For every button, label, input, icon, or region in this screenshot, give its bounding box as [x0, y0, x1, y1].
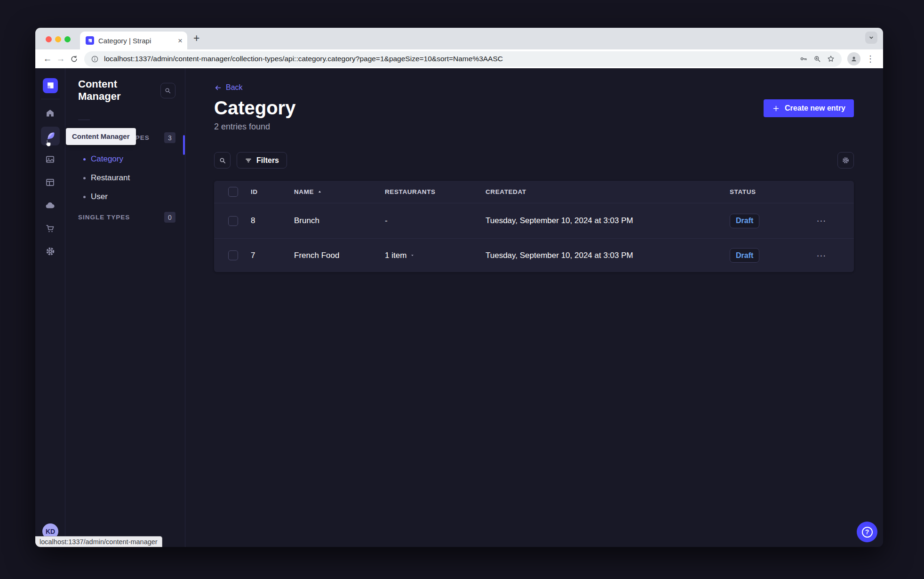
sidebar-item-label: Restaurant: [91, 173, 130, 183]
sidebar-divider: [78, 120, 90, 120]
browser-profile-avatar[interactable]: [847, 52, 860, 65]
sidebar-item-label: User: [91, 192, 108, 201]
tab-close-icon[interactable]: ×: [178, 37, 183, 45]
nav-content-type-builder-icon[interactable]: [41, 173, 60, 192]
bookmark-star-icon[interactable]: [827, 55, 835, 63]
cell-id: 8: [251, 216, 294, 225]
page-title: Category: [214, 97, 295, 118]
password-key-icon[interactable]: [799, 55, 808, 63]
browser-menu-icon[interactable]: ⋮: [860, 54, 877, 64]
main-content: Back Category 2 entries found Create new…: [185, 68, 883, 547]
content-manager-tooltip: Content Manager: [66, 128, 136, 145]
browser-back-button[interactable]: ←: [41, 52, 54, 65]
strapi-logo[interactable]: [43, 78, 58, 93]
plus-icon: [772, 105, 780, 113]
active-item-indicator: [183, 135, 185, 155]
sidebar-item-label: Category: [91, 154, 123, 164]
column-header-restaurants[interactable]: RESTAURANTS: [385, 188, 486, 195]
back-arrow-icon: [214, 84, 222, 92]
zoom-page-icon[interactable]: [813, 55, 821, 63]
single-types-label: SINGLE TYPES: [78, 214, 130, 221]
sidebar-item-restaurant[interactable]: Restaurant: [65, 169, 185, 187]
cell-name: French Food: [294, 251, 385, 260]
select-all-checkbox[interactable]: [228, 187, 238, 197]
browser-forward-button[interactable]: →: [54, 52, 67, 65]
nav-marketplace-cart-icon[interactable]: [41, 219, 60, 238]
help-button[interactable]: ?: [857, 522, 877, 542]
macos-traffic-lights: [46, 36, 71, 42]
sidebar-title: Content Manager: [78, 78, 160, 103]
nav-cloud-icon[interactable]: [41, 196, 60, 215]
cell-restaurants[interactable]: 1 item: [385, 251, 486, 260]
browser-reload-button[interactable]: [67, 52, 80, 65]
maximize-window-button[interactable]: [64, 36, 71, 42]
cell-createdat: Tuesday, September 10, 2024 at 3:03 PM: [486, 216, 730, 225]
entries-table: ID NAME RESTAURANTS CREATEDAT STATUS 8 B…: [214, 181, 854, 272]
filters-button[interactable]: Filters: [237, 152, 287, 169]
nav-home-icon[interactable]: [41, 104, 60, 122]
mouse-cursor-hand: [44, 139, 52, 147]
entries-count: 2 entries found: [214, 122, 295, 132]
nav-settings-gear-icon[interactable]: [41, 242, 60, 261]
cell-restaurants: -: [385, 216, 486, 225]
browser-tab[interactable]: Category | Strapi ×: [80, 32, 187, 49]
single-types-count-badge: 0: [164, 212, 175, 223]
table-row[interactable]: 8 Brunch - Tuesday, September 10, 2024 a…: [214, 203, 854, 238]
cell-createdat: Tuesday, September 10, 2024 at 3:03 PM: [486, 251, 730, 260]
column-header-createdat[interactable]: CREATEDAT: [486, 188, 730, 195]
bullet-icon: [83, 196, 86, 198]
row-actions-menu-icon[interactable]: ⋯: [794, 250, 854, 261]
collection-types-count-badge: 3: [164, 132, 175, 143]
tab-title: Category | Strapi: [98, 37, 174, 45]
nav-media-library-icon[interactable]: [41, 150, 60, 169]
bullet-icon: [83, 177, 86, 179]
row-checkbox[interactable]: [228, 250, 238, 260]
table-search-button[interactable]: [214, 152, 231, 169]
sidebar-search-button[interactable]: [160, 83, 175, 98]
cell-name: Brunch: [294, 216, 385, 225]
browser-window: Category | Strapi × + ← → localhost:1337…: [35, 28, 883, 547]
strapi-admin: KD Content Manager COLLECTION TYPES 3 Ca…: [35, 68, 883, 547]
new-tab-button[interactable]: +: [193, 33, 199, 44]
create-new-entry-button[interactable]: Create new entry: [764, 99, 854, 117]
close-window-button[interactable]: [46, 36, 52, 42]
column-header-status[interactable]: STATUS: [730, 188, 794, 195]
link-preview-statusbar: localhost:1337/admin/content-manager: [35, 536, 162, 547]
sidebar-item-category[interactable]: Category: [65, 150, 185, 169]
browser-tab-strip: Category | Strapi × +: [35, 28, 883, 49]
filter-icon: [245, 157, 252, 164]
url-text[interactable]: localhost:1337/admin/content-manager/col…: [104, 55, 794, 63]
status-badge: Draft: [730, 248, 759, 263]
strapi-favicon-icon: [86, 36, 94, 45]
bullet-icon: [83, 158, 86, 161]
page-info-icon[interactable]: [91, 55, 99, 63]
table-row[interactable]: 7 French Food 1 item Tuesday, September …: [214, 238, 854, 272]
column-header-id[interactable]: ID: [251, 188, 294, 195]
question-mark-icon: ?: [862, 527, 873, 538]
nav-content-manager-icon[interactable]: [41, 127, 60, 145]
cell-id: 7: [251, 251, 294, 260]
tab-search-chevron-icon[interactable]: [865, 32, 877, 44]
row-checkbox[interactable]: [228, 216, 238, 226]
row-actions-menu-icon[interactable]: ⋯: [794, 215, 854, 226]
main-nav-rail: KD: [35, 68, 65, 547]
minimize-window-button[interactable]: [55, 36, 61, 42]
rail-divider: [41, 99, 60, 99]
browser-toolbar: ← → localhost:1337/admin/content-manager…: [35, 49, 883, 68]
view-settings-gear-button[interactable]: [837, 152, 854, 169]
sort-ascending-icon: [317, 189, 322, 194]
table-header-row: ID NAME RESTAURANTS CREATEDAT STATUS: [214, 181, 854, 203]
url-bar[interactable]: localhost:1337/admin/content-manager/col…: [84, 51, 842, 67]
chevron-down-icon: [410, 253, 415, 258]
status-badge: Draft: [730, 214, 759, 228]
sidebar-item-user[interactable]: User: [65, 187, 185, 206]
column-header-name[interactable]: NAME: [294, 188, 385, 195]
back-link[interactable]: Back: [214, 83, 243, 92]
